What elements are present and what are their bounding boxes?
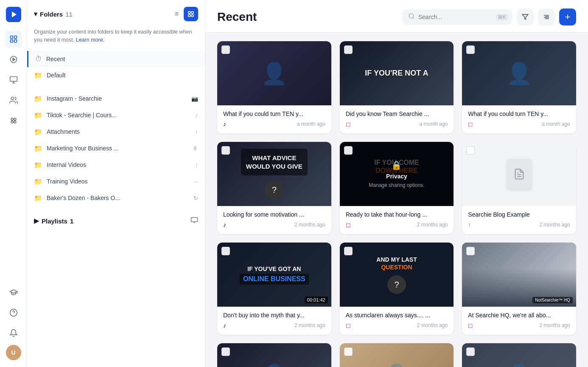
folder-item-recent[interactable]: ⏱ Recent <box>27 51 205 67</box>
video-meta-2: ◻ a month ago <box>346 121 448 127</box>
folders-description: Organize your content into folders to ke… <box>27 25 205 51</box>
folder-icon: 📁 <box>34 178 42 186</box>
video-card-3[interactable]: 👤 What if you could turn TEN y... ◻ a mo… <box>462 41 576 133</box>
svg-rect-7 <box>10 77 17 82</box>
video-info-6: Searchie Blog Example ↑ 2 months ago <box>462 206 576 234</box>
svg-marker-25 <box>522 14 528 20</box>
nav-notifications[interactable] <box>5 325 22 342</box>
sort-button[interactable]: ≡ <box>173 8 180 20</box>
nav-player[interactable] <box>5 51 22 68</box>
svg-point-13 <box>11 121 13 123</box>
playlists-title: ▶ Playlists 1 <box>34 217 73 225</box>
main-content: Recent ⌘K <box>205 0 588 367</box>
folder-item-marketing[interactable]: 📁 Marketing Your Business ... 🎙 <box>27 140 205 157</box>
folder-item-attachments[interactable]: 📁 Attachments ↑ <box>27 124 205 140</box>
svg-rect-18 <box>191 11 193 14</box>
filter-button[interactable] <box>517 8 534 25</box>
platform-icon-3: ◻ <box>468 121 473 127</box>
video-checkbox-8[interactable] <box>344 247 353 255</box>
nav-contacts[interactable] <box>5 92 22 109</box>
video-info-2: Did you know Team Searchie ... ◻ a month… <box>340 105 454 133</box>
nav-presentations[interactable] <box>5 71 22 88</box>
video-checkbox-9[interactable] <box>466 247 475 255</box>
video-card-11[interactable]: 👤 ◻ <box>340 343 454 367</box>
folders-title: ▾ Folders 11 <box>34 10 73 18</box>
playlists-section-header[interactable]: ▶ Playlists 1 <box>27 213 205 229</box>
folder-item-internal[interactable]: 📁 Internal Videos ↑ <box>27 157 205 173</box>
folder-item-tiktok[interactable]: 📁 Tiktok - Searchie | Cours... ♪ <box>27 107 205 124</box>
nav-library[interactable] <box>5 31 22 48</box>
video-card-7[interactable]: IF YOU'VE GOT AN ONLINE BUSINESS 00:01:4… <box>217 243 331 335</box>
video-thumbnail-7: IF YOU'VE GOT AN ONLINE BUSINESS 00:01:4… <box>217 243 331 307</box>
video-info-3: What if you could turn TEN y... ◻ a mont… <box>462 105 576 133</box>
video-title-2: Did you know Team Searchie ... <box>346 110 448 117</box>
video-title-3: What if you could turn TEN y... <box>468 110 570 117</box>
video-card-6[interactable]: Searchie Blog Example ↑ 2 months ago <box>462 142 576 234</box>
video-thumbnail-1: 👤 <box>217 41 331 105</box>
folder-item-bakers[interactable]: 📁 Baker's Dozen - Bakers O... ↻ <box>27 190 205 206</box>
video-card-4[interactable]: WHAT ADVICEWOULD YOU GIVE ? Looking for … <box>217 142 331 234</box>
video-info-1: What if you could turn TEN y... ♪ a mont… <box>217 105 331 133</box>
svg-rect-4 <box>14 40 17 42</box>
svg-point-23 <box>409 14 414 18</box>
video-card-1[interactable]: 👤 What if you could turn TEN y... ♪ a mo… <box>217 41 331 133</box>
more-badge: ··· <box>193 178 198 185</box>
video-card-2[interactable]: IF YOU'RE NOT A Did you know Team Search… <box>340 41 454 133</box>
nav-courses[interactable] <box>5 284 22 301</box>
nav-apps[interactable] <box>5 112 22 129</box>
nav-help[interactable] <box>5 304 22 321</box>
video-card-12[interactable]: 👤 ◻ <box>462 343 576 367</box>
platform-icon-5: ◻ <box>346 221 351 228</box>
svg-rect-21 <box>191 217 198 222</box>
content-area: 👤 What if you could turn TEN y... ♪ a mo… <box>205 33 588 367</box>
user-avatar[interactable]: U <box>6 345 21 360</box>
video-card-8[interactable]: AND MY LASTQUESTION ? As stumclaren alwa… <box>340 243 454 335</box>
learn-more-link[interactable]: Learn more. <box>76 37 104 43</box>
search-bar: ⌘K <box>402 9 512 25</box>
playlists-add-button[interactable] <box>190 217 198 226</box>
grid-view-button[interactable] <box>184 7 198 21</box>
app-logo[interactable] <box>6 7 21 22</box>
svg-point-10 <box>11 97 14 100</box>
search-icon <box>408 13 415 21</box>
svg-point-12 <box>14 118 16 120</box>
video-checkbox-4[interactable] <box>221 146 230 155</box>
video-title-9: At Searchie HQ, we're all abo... <box>468 312 570 319</box>
folder-item-training[interactable]: 📁 Training Videos ··· <box>27 173 205 190</box>
svg-rect-3 <box>10 40 13 42</box>
folder-item-instagram[interactable]: 📁 Instagram - Searchie 📷 <box>27 90 205 107</box>
platform-icon-1: ♪ <box>223 121 226 127</box>
video-checkbox-2[interactable] <box>344 45 353 54</box>
folder-icon: 📁 <box>34 144 42 152</box>
video-meta-6: ↑ 2 months ago <box>468 221 570 228</box>
search-input[interactable] <box>418 14 493 20</box>
video-card-10[interactable]: 👤 ♪ <box>217 343 331 367</box>
video-checkbox-10[interactable] <box>221 347 230 356</box>
video-checkbox-7[interactable] <box>221 247 230 255</box>
sidebar: ▾ Folders 11 ≡ Organize your content int… <box>27 0 205 367</box>
svg-point-11 <box>11 118 13 120</box>
add-content-button[interactable]: + <box>559 8 576 25</box>
view-options-button[interactable] <box>538 8 555 25</box>
platform-icon-4: ♪ <box>223 221 226 228</box>
video-info-5: Ready to take that hour-long ... ◻ 2 mon… <box>340 206 454 234</box>
video-meta-9: ◻ 2 months ago <box>468 322 570 329</box>
video-thumbnail-4: WHAT ADVICEWOULD YOU GIVE ? <box>217 142 331 206</box>
video-title-7: Don't buy into the myth that y... <box>223 312 325 319</box>
video-meta-1: ♪ a month ago <box>223 121 325 127</box>
video-card-5[interactable]: IF YOU COMEDOWN HERE ⬇ 🔒 Privacy Manage … <box>340 142 454 234</box>
video-checkbox-6[interactable] <box>466 146 475 155</box>
video-checkbox-11[interactable] <box>344 347 353 356</box>
platform-icon-6: ↑ <box>468 221 471 228</box>
video-checkbox-1[interactable] <box>221 45 230 54</box>
video-card-9[interactable]: NotSearchie™ HQ At Searchie HQ, we're al… <box>462 243 576 335</box>
video-duration-7: 00:01:42 <box>305 296 328 303</box>
folders-collapse-toggle[interactable]: ▾ <box>34 10 37 18</box>
video-checkbox-5[interactable] <box>344 146 353 155</box>
tiktok-badge: ♪ <box>196 112 199 119</box>
folder-icon: 📁 <box>34 71 42 79</box>
platform-icon-9: ◻ <box>468 322 473 329</box>
video-checkbox-12[interactable] <box>466 347 475 356</box>
folder-item-default[interactable]: 📁 Default <box>27 67 205 84</box>
video-checkbox-3[interactable] <box>466 45 475 54</box>
